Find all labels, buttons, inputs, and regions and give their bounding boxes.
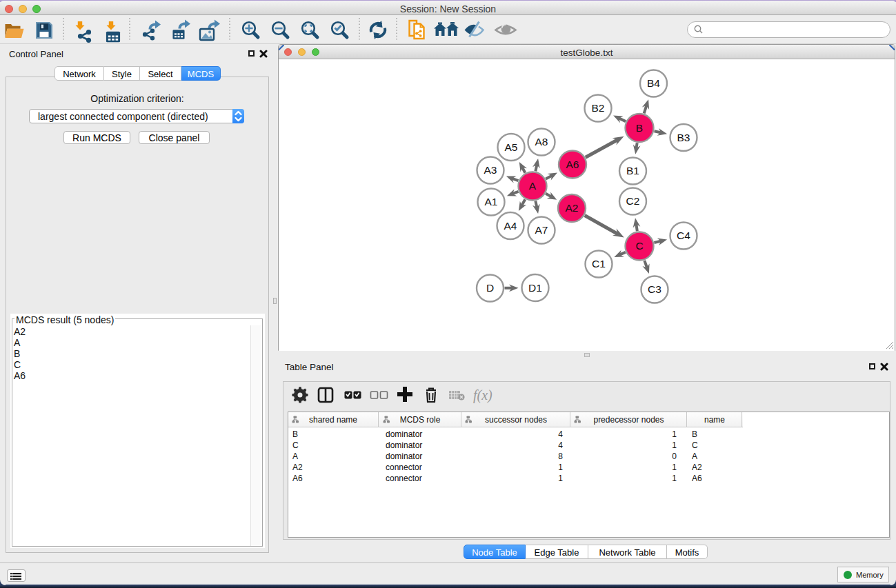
svg-text:A2: A2: [566, 202, 579, 214]
svg-text:B1: B1: [626, 165, 639, 176]
svg-text:A1: A1: [485, 196, 498, 207]
svg-text:B4: B4: [647, 77, 660, 89]
svg-text:A3: A3: [484, 164, 497, 176]
svg-text:A: A: [529, 180, 537, 192]
svg-text:C1: C1: [592, 258, 606, 270]
svg-text:B3: B3: [677, 132, 690, 143]
svg-text:C: C: [635, 240, 643, 252]
svg-text:f(x): f(x): [473, 387, 492, 403]
svg-text:C4: C4: [677, 230, 690, 241]
svg-text:D: D: [486, 282, 494, 294]
svg-text:A8: A8: [535, 136, 548, 148]
svg-text:B2: B2: [592, 102, 605, 114]
svg-text:D1: D1: [528, 282, 542, 294]
svg-text:C2: C2: [626, 195, 640, 207]
svg-text:C3: C3: [648, 283, 661, 295]
svg-text:A4: A4: [504, 220, 517, 232]
svg-text:A6: A6: [566, 159, 579, 170]
svg-text:B: B: [636, 122, 643, 134]
svg-text:A7: A7: [535, 224, 548, 236]
svg-text:A5: A5: [505, 141, 518, 153]
